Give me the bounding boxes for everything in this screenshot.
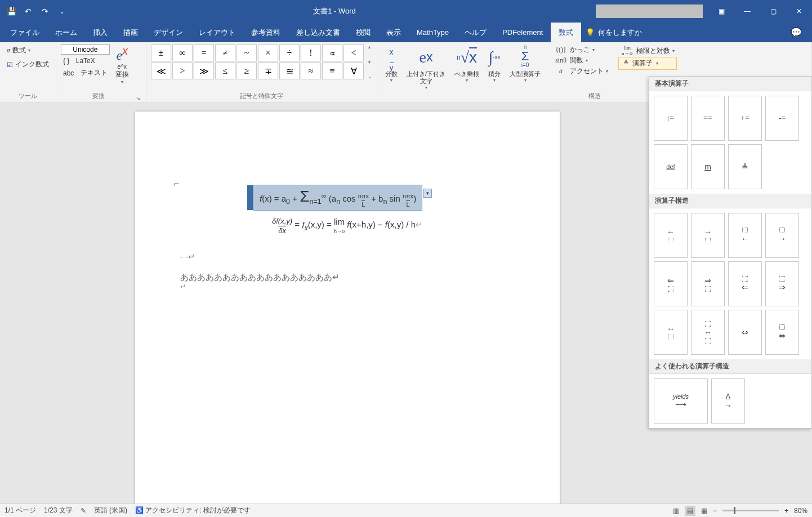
symbol-lt[interactable]: < bbox=[343, 44, 364, 61]
text-button[interactable]: abc テキスト bbox=[61, 67, 110, 79]
minimize-button[interactable]: — bbox=[734, 0, 760, 23]
view-web-icon[interactable]: ▦ bbox=[701, 507, 707, 515]
language-indicator[interactable]: 英語 (米国) bbox=[94, 506, 127, 515]
symbol-cong[interactable]: ≅ bbox=[279, 63, 300, 79]
symbols-scroll-down[interactable]: ▾ bbox=[368, 60, 372, 65]
op-struct-1[interactable]: ← bbox=[654, 213, 688, 258]
zoom-slider[interactable] bbox=[722, 510, 779, 511]
save-button[interactable]: 💾 bbox=[5, 5, 18, 18]
op-struct-9[interactable]: ↔ bbox=[654, 310, 688, 355]
redo-button[interactable]: ↷ bbox=[38, 5, 52, 18]
op-struct-5[interactable]: ⇐ bbox=[654, 261, 688, 306]
symbol-gg[interactable]: ≫ bbox=[194, 63, 214, 79]
symbol-mp[interactable]: ∓ bbox=[258, 63, 278, 79]
symbol-ge[interactable]: ≥ bbox=[237, 63, 257, 79]
symbol-ll[interactable]: ≪ bbox=[151, 63, 171, 79]
op-yields[interactable]: yields⟶ bbox=[654, 378, 708, 424]
spellcheck-icon[interactable]: ✎ bbox=[81, 507, 86, 515]
op-delta[interactable]: Δ→ bbox=[711, 378, 745, 424]
accent-button[interactable]: äアクセント ▾ bbox=[552, 66, 610, 77]
equation-dropdown[interactable]: π 数式 ▾ bbox=[5, 44, 33, 56]
tab-file[interactable]: ファイル bbox=[2, 23, 47, 42]
script-button[interactable]: ex上付き/下付き 文字▾ bbox=[403, 44, 449, 90]
convert-button[interactable]: ex e^x 変換 ▾ bbox=[112, 44, 132, 84]
tell-me-search[interactable]: 💡 何をしますか bbox=[586, 28, 642, 38]
document-page[interactable]: ⌐ f(x) = a0 + Σn=1∞ (an cos nπxL + bn si… bbox=[135, 112, 560, 503]
operator-button[interactable]: ≜演算子 ▾ bbox=[618, 57, 677, 70]
ribbon-display-icon[interactable]: ▣ bbox=[708, 0, 734, 23]
tab-design[interactable]: デザイン bbox=[146, 23, 191, 42]
fraction-button[interactable]: xy分数▾ bbox=[382, 44, 401, 83]
latex-button[interactable]: { } LaTeX bbox=[61, 56, 110, 66]
op-struct-11[interactable]: ⇔ bbox=[728, 310, 762, 355]
maximize-button[interactable]: ▢ bbox=[760, 0, 786, 23]
tab-view[interactable]: 表示 bbox=[378, 23, 409, 42]
zoom-out-button[interactable]: − bbox=[713, 507, 717, 515]
op-struct-2[interactable]: → bbox=[691, 213, 725, 258]
symbol-eq[interactable]: = bbox=[194, 44, 214, 61]
op-struct-4[interactable]: → bbox=[765, 213, 799, 258]
symbol-div[interactable]: ÷ bbox=[279, 44, 300, 61]
op-def[interactable]: def bbox=[654, 144, 688, 189]
symbol-pm[interactable]: ± bbox=[151, 44, 171, 61]
symbol-prop[interactable]: ∝ bbox=[322, 44, 342, 61]
op-eqeq[interactable]: == bbox=[691, 96, 725, 141]
conversion-launcher[interactable]: ↘ bbox=[136, 95, 141, 101]
unicode-button[interactable]: Unicode bbox=[61, 44, 110, 55]
symbol-gt[interactable]: > bbox=[172, 63, 193, 79]
symbols-more[interactable]: ⌄ bbox=[368, 74, 372, 79]
tab-references[interactable]: 参考資料 bbox=[243, 23, 288, 42]
word-count[interactable]: 1/23 文字 bbox=[44, 506, 73, 515]
op-struct-8[interactable]: ⇒ bbox=[765, 261, 799, 306]
integral-button[interactable]: ∫-xx積分▾ bbox=[485, 44, 504, 83]
op-struct-3[interactable]: ← bbox=[728, 213, 762, 258]
page-indicator[interactable]: 1/1 ページ bbox=[5, 506, 36, 515]
symbol-le[interactable]: ≤ bbox=[215, 63, 235, 79]
tab-pdfelement[interactable]: PDFelement bbox=[494, 23, 551, 42]
op-struct-12[interactable]: ⇔ bbox=[765, 310, 799, 355]
op-coloneq[interactable]: := bbox=[654, 96, 688, 141]
view-print-icon[interactable]: ▤ bbox=[685, 506, 695, 516]
tab-mailings[interactable]: 差し込み文書 bbox=[288, 23, 348, 42]
op-struct-6[interactable]: ⇒ bbox=[691, 261, 725, 306]
radical-button[interactable]: n√xべき乗根▾ bbox=[451, 44, 483, 83]
tab-layout[interactable]: レイアウト bbox=[191, 23, 243, 42]
hiragana-line[interactable]: ああああああああああああああああああ↵ bbox=[180, 272, 515, 283]
tab-home[interactable]: ホーム bbox=[47, 23, 85, 42]
tab-insert[interactable]: 挿入 bbox=[85, 23, 115, 42]
tab-review[interactable]: 校閲 bbox=[348, 23, 378, 42]
equation-selected[interactable]: f(x) = a0 + Σn=1∞ (an cos nπxL + bn sin … bbox=[253, 185, 422, 211]
symbol-inf[interactable]: ∞ bbox=[172, 44, 193, 61]
symbol-bang[interactable]: ! bbox=[301, 44, 321, 61]
op-struct-7[interactable]: ⇐ bbox=[728, 261, 762, 306]
tab-draw[interactable]: 描画 bbox=[115, 23, 146, 42]
tab-mathtype[interactable]: MathType bbox=[409, 23, 457, 42]
symbol-times[interactable]: × bbox=[258, 44, 278, 61]
undo-button[interactable]: ↶ bbox=[21, 5, 35, 18]
symbol-approx[interactable]: ≈ bbox=[301, 63, 321, 79]
symbol-tilde[interactable]: ~ bbox=[237, 44, 257, 61]
function-button[interactable]: sinθ関数 ▾ bbox=[552, 55, 610, 66]
zoom-in-button[interactable]: + bbox=[784, 507, 788, 515]
op-pluseq[interactable]: += bbox=[728, 96, 762, 141]
symbol-neq[interactable]: ≠ bbox=[215, 44, 235, 61]
view-read-icon[interactable]: ▥ bbox=[673, 507, 679, 515]
large-operator-button[interactable]: nΣi=0大型演算子▾ bbox=[506, 44, 544, 83]
equation-line-2[interactable]: δf(x,y)δx = fx(x,y) = limh→0 f(x+h,y) − … bbox=[180, 216, 515, 235]
comments-icon[interactable]: 💬 bbox=[791, 27, 810, 38]
accessibility-indicator[interactable]: ♿ アクセシビリティ: 検討が必要です bbox=[135, 506, 251, 515]
tab-help[interactable]: ヘルプ bbox=[457, 23, 494, 42]
zoom-level[interactable]: 80% bbox=[794, 507, 807, 515]
op-struct-10[interactable]: ↔ bbox=[691, 310, 725, 355]
close-button[interactable]: ✕ bbox=[786, 0, 812, 23]
qat-overflow[interactable]: ⌄ bbox=[55, 5, 69, 18]
symbols-scroll-up[interactable]: ▴ bbox=[368, 44, 372, 50]
op-m[interactable]: m bbox=[691, 144, 725, 189]
bracket-button[interactable]: {()}かっこ ▾ bbox=[552, 44, 610, 55]
dashes-line[interactable]: - -↵ bbox=[180, 252, 515, 262]
limit-button[interactable]: limn→∞極限と対数 ▾ bbox=[618, 44, 677, 57]
symbol-equiv[interactable]: ≡ bbox=[322, 63, 342, 79]
ink-equation-button[interactable]: ☑ インク数式 bbox=[5, 59, 51, 70]
tab-equation[interactable]: 数式 bbox=[551, 23, 581, 42]
op-minuseq[interactable]: -= bbox=[765, 96, 799, 141]
